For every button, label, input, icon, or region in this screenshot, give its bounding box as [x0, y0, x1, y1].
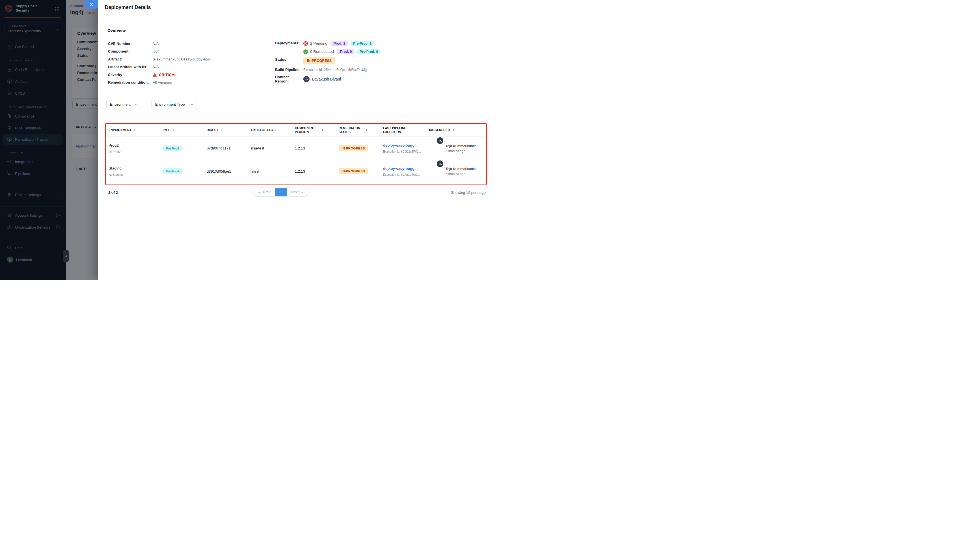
environment-id: Id: Prod2: [109, 150, 159, 153]
overview-section-title: Overview: [107, 28, 126, 33]
triggered-by-name: Teja Kummarikuntla: [446, 144, 477, 148]
sort-icon[interactable]: ▲▼: [453, 129, 454, 132]
prod-badge: Prod: 1: [331, 41, 348, 46]
prev-label: Prev: [263, 190, 271, 194]
triggered-time: 6 months ago: [446, 149, 477, 153]
build-pipeline-label: Build Pipeline:: [275, 67, 303, 72]
column-header-environment[interactable]: ENVIRONMENT▲▼: [106, 124, 159, 137]
next-label: Next: [291, 190, 299, 194]
contact-avatar: [303, 76, 309, 82]
environment-filter[interactable]: Environment: [106, 100, 141, 109]
severity-value: CRITICAL: [153, 73, 177, 77]
preprod-badge: Pre-Prod: 0: [357, 49, 381, 54]
pagination-pill: ←Prev 1 Next→: [253, 188, 309, 197]
table-header-row: ENVIRONMENT▲▼ TYPE▲▼ DIGEST▲▼ ARTIFACT T…: [106, 124, 486, 137]
build-execution-id: Execution Id: 25xKomFoQces6rFcxZ4UJg: [303, 67, 367, 72]
close-button[interactable]: [85, 0, 98, 9]
column-header-component-version[interactable]: COMPONENT VERSION▲▼: [292, 124, 336, 137]
column-header-digest[interactable]: DIGEST▲▼: [204, 124, 248, 137]
modal-title: Deployment Details: [105, 5, 151, 10]
deployments-label: Deployments:: [275, 41, 303, 46]
remediation-status-badge: IN-PROGRESS: [339, 168, 368, 174]
component-version: 1.2.13: [295, 146, 336, 150]
column-label: TRIGGERED BY: [427, 128, 451, 132]
column-label: ENVIRONMENT: [109, 128, 132, 132]
page-1-button[interactable]: 1: [275, 188, 287, 196]
environment-name: Prod2: [109, 143, 159, 147]
per-page-label: Showing 10 per page: [451, 190, 486, 195]
warning-triangle-icon: [153, 73, 157, 77]
pending-icon: [303, 41, 308, 46]
triggered-by-name: Teja Kummarikuntla: [446, 167, 477, 171]
deployment-details-modal: Deployment Details Overview CVE Number:N…: [98, 0, 489, 280]
sort-icon[interactable]: ▲▼: [322, 129, 323, 132]
divider: [98, 20, 489, 20]
sort-icon[interactable]: ▲▼: [220, 129, 222, 132]
artifact-label: Artifact:: [108, 57, 153, 61]
severity-text: CRITICAL: [159, 73, 177, 77]
overview-right-fields: Deployments: 2 Pending Prod: 1 Pre-Prod:…: [275, 41, 381, 86]
chevron-down-icon: [135, 104, 138, 105]
column-label: ARTIFACT TAG: [251, 128, 273, 132]
column-header-remediation-status[interactable]: REMEDIATION STATUS▲▼: [336, 124, 380, 137]
table-row[interactable]: StagingId: Staging Pre-Prod d3910d058ae1…: [106, 160, 486, 183]
pipeline-link[interactable]: deploy-easy-bugg...: [383, 167, 424, 171]
execution-id: Execution Id: 6uAq1b4AQ...: [383, 173, 424, 176]
user-avatar: TK: [437, 137, 443, 144]
status-badge: IN-PROGRESS: [303, 57, 335, 64]
artifact-value: tejakummarikuntla/easy-buggy-app: [153, 57, 210, 61]
column-header-artifact-tag[interactable]: ARTIFACT TAG▲▼: [248, 124, 292, 137]
next-button[interactable]: Next→: [287, 188, 309, 196]
column-header-last-pipeline-execution[interactable]: LAST PIPELINE EXECUTION: [380, 124, 424, 137]
cve-label: CVE Number:: [108, 42, 153, 46]
latest-artifact-label: Latest Artifact with fix:: [108, 65, 153, 69]
sort-icon[interactable]: ▲▼: [366, 129, 367, 132]
overview-left-fields: CVE Number:N/A Component:log4j Artifact:…: [108, 41, 210, 88]
user-avatar: TK: [437, 160, 443, 167]
remediation-condition-value: All Versions: [153, 80, 172, 85]
row-count: 2 of 2: [108, 190, 118, 195]
pagination: 2 of 2 ←Prev 1 Next→ Showing 10 per page: [105, 188, 487, 198]
deployments-table: ENVIRONMENT▲▼ TYPE▲▼ DIGEST▲▼ ARTIFACT T…: [105, 123, 487, 185]
column-label: COMPONENT VERSION: [295, 126, 320, 134]
digest: 07d90c4c1171: [207, 146, 248, 150]
environment-id: Id: Staging: [109, 173, 159, 176]
sort-icon[interactable]: ▲▼: [172, 129, 174, 132]
prev-button[interactable]: ←Prev: [253, 188, 275, 196]
environment-name: Staging: [109, 166, 159, 170]
component-value: log4j: [153, 49, 160, 53]
component-label: Component:: [108, 49, 153, 53]
sort-icon[interactable]: ▲▼: [275, 129, 277, 132]
status-label: Status:: [275, 57, 303, 64]
column-header-triggered-by[interactable]: TRIGGERED BY▲▼: [424, 124, 486, 137]
contact-person-label: Contact Person:: [275, 75, 303, 83]
arrow-right-icon: →: [300, 190, 304, 194]
remediated-count: 0 Remediated: [310, 50, 334, 54]
pending-count: 2 Pending: [310, 41, 327, 45]
cve-value: N/A: [153, 42, 159, 46]
severity-label: Severity :: [108, 73, 153, 77]
chevron-down-icon: [190, 104, 194, 105]
filter-label: Environment Type: [155, 102, 185, 107]
sort-icon[interactable]: ▲▼: [134, 129, 135, 132]
arrow-left-icon: ←: [257, 190, 261, 194]
column-label: REMEDIATION STATUS: [339, 126, 364, 134]
execution-id: Execution Id: kCG11x2WQ...: [383, 150, 424, 153]
prod-badge: Prod: 0: [337, 49, 354, 54]
environment-type-filter[interactable]: Environment Type: [152, 100, 197, 109]
filter-label: Environment: [110, 102, 130, 107]
table-row[interactable]: Prod2Id: Prod2 Pre-Prod 07d90c4c1171 sls…: [106, 137, 486, 160]
spacer: [275, 49, 303, 54]
remediation-condition-label: Remediation condition:: [108, 80, 153, 85]
artifact-tag: slsa-test: [251, 146, 292, 150]
artifact-tag: latest: [251, 169, 292, 173]
pipeline-link[interactable]: deploy-easy-bugg...: [383, 143, 424, 147]
type-badge: Pre-Prod: [162, 168, 183, 174]
contact-name: Lavakush Biyani: [312, 77, 341, 82]
close-icon: [90, 3, 94, 7]
screen: Supply Chain Security PROJECT Product Ex…: [0, 0, 489, 280]
column-header-type[interactable]: TYPE▲▼: [159, 124, 204, 137]
latest-artifact-value: N/A: [153, 65, 159, 69]
column-label: LAST PIPELINE EXECUTION: [383, 126, 408, 134]
component-version: 1.2.13: [295, 169, 336, 173]
